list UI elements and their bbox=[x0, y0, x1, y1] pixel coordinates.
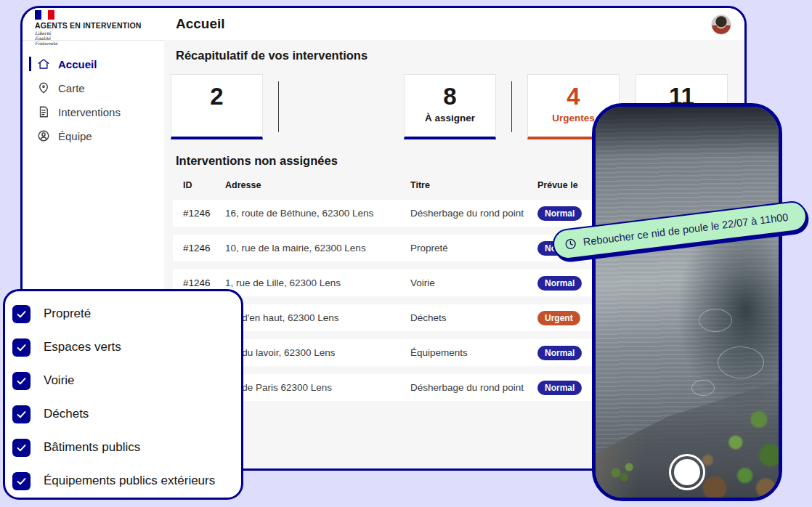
category-filter-panel: Propreté Espaces verts Voirie Déchets bbox=[3, 289, 243, 500]
checkbox-checked-icon[interactable] bbox=[12, 405, 31, 423]
page-title: Accueil bbox=[176, 16, 225, 32]
ripple bbox=[699, 309, 732, 332]
sidebar-nav: Accueil Carte Interventions Équipe bbox=[23, 54, 164, 150]
col-header-titre: Titre bbox=[410, 180, 537, 190]
filter-item-equipements-publics-exterieurs[interactable]: Équipements publics extérieurs bbox=[12, 466, 241, 495]
weeds bbox=[606, 455, 639, 484]
filter-item-batiments-publics[interactable]: Bâtiments publics bbox=[12, 433, 241, 462]
priority-badge: Normal bbox=[537, 206, 582, 221]
filter-label: Équipements publics extérieurs bbox=[44, 474, 215, 488]
pothole-photo bbox=[596, 107, 779, 498]
priority-badge: Urgent bbox=[537, 311, 580, 325]
row-id: #1246 bbox=[183, 208, 225, 219]
active-indicator bbox=[29, 57, 31, 71]
checkbox-checked-icon[interactable] bbox=[12, 472, 31, 490]
marianne-flag-icon bbox=[35, 10, 54, 20]
phone-mockup bbox=[592, 103, 782, 501]
sidebar-item-accueil[interactable]: Accueil bbox=[23, 54, 164, 74]
checkbox-checked-icon[interactable] bbox=[12, 439, 31, 457]
filter-label: Voirie bbox=[44, 373, 75, 388]
priority-badge: Normal bbox=[537, 346, 582, 360]
filter-item-dechets[interactable]: Déchets bbox=[12, 399, 241, 429]
filter-label: Propreté bbox=[44, 307, 91, 321]
row-address: rue du lavoir, 62300 Lens bbox=[225, 347, 410, 358]
filter-label: Espaces verts bbox=[44, 340, 121, 354]
stat-value: 8 bbox=[405, 84, 495, 110]
shutter-button-inner bbox=[674, 459, 700, 485]
row-address: rue de Paris 62300 Lens bbox=[225, 382, 410, 393]
filter-item-espaces-verts[interactable]: Espaces verts bbox=[12, 333, 241, 362]
top-header: Accueil bbox=[164, 8, 744, 41]
stat-value: 2 bbox=[171, 84, 262, 110]
row-title: Déchets bbox=[410, 312, 537, 323]
row-address: rue d'en haut, 62300 Lens bbox=[225, 312, 410, 323]
shutter-button[interactable] bbox=[669, 454, 705, 490]
sidebar-item-equipe[interactable]: Équipe bbox=[23, 126, 164, 146]
col-header-adresse: Adresse bbox=[225, 180, 410, 190]
motto-line: Liberté bbox=[35, 31, 142, 36]
stat-label: À assigner bbox=[405, 113, 495, 123]
row-address: 1, rue de Lille, 62300 Lens bbox=[225, 277, 410, 288]
filter-item-voirie[interactable]: Voirie bbox=[12, 366, 241, 395]
sidebar-item-label: Interventions bbox=[58, 106, 121, 118]
sidebar-item-interventions[interactable]: Interventions bbox=[23, 102, 164, 122]
sidebar-item-label: Carte bbox=[58, 82, 85, 94]
sidebar-divider bbox=[23, 40, 164, 41]
priority-badge: Normal bbox=[537, 276, 582, 291]
clock-icon bbox=[564, 237, 577, 251]
row-title: Propreté bbox=[410, 243, 537, 254]
priority-badge: Normal bbox=[537, 381, 582, 395]
stat-card[interactable]: 8 À assigner bbox=[404, 74, 496, 139]
sidebar-item-label: Accueil bbox=[58, 58, 97, 70]
checkbox-checked-icon[interactable] bbox=[12, 338, 31, 357]
home-icon bbox=[37, 57, 50, 70]
row-id: #1246 bbox=[183, 243, 225, 254]
row-id: #1246 bbox=[183, 277, 225, 288]
summary-title: Récapitulatif de vos interventions bbox=[176, 49, 368, 62]
col-header-id: ID bbox=[183, 180, 225, 190]
team-icon bbox=[37, 129, 50, 142]
row-title: Désherbage du rond point bbox=[410, 382, 537, 393]
filter-label: Déchets bbox=[44, 407, 89, 421]
motto-line: Fraternité bbox=[35, 41, 142, 46]
table-title: Interventions non assignées bbox=[176, 154, 338, 168]
checkbox-checked-icon[interactable] bbox=[12, 305, 31, 323]
document-icon bbox=[37, 105, 50, 118]
ripple bbox=[718, 346, 764, 378]
stat-card[interactable]: 2 bbox=[171, 74, 263, 139]
card-divider bbox=[511, 81, 512, 132]
row-address: 16, route de Béthune, 62300 Lens bbox=[225, 208, 410, 219]
brand-motto: Liberté Égalité Fraternité bbox=[35, 31, 142, 46]
row-title: Désherbage du rond point bbox=[410, 208, 537, 219]
card-divider bbox=[278, 81, 279, 132]
brand-name: AGENTS EN INTERVENTION bbox=[35, 21, 142, 30]
user-avatar[interactable] bbox=[711, 15, 731, 35]
filter-label: Bâtiments publics bbox=[44, 440, 140, 455]
row-title: Équipements bbox=[410, 347, 537, 358]
stat-value: 4 bbox=[528, 84, 619, 110]
row-address: 10, rue de la mairie, 62300 Lens bbox=[225, 243, 410, 254]
row-title: Voirie bbox=[410, 277, 537, 288]
filter-item-proprete[interactable]: Propreté bbox=[12, 299, 241, 328]
sidebar-item-label: Équipe bbox=[58, 130, 92, 142]
map-pin-icon bbox=[37, 81, 50, 94]
sidebar-item-carte[interactable]: Carte bbox=[23, 78, 164, 98]
checkbox-checked-icon[interactable] bbox=[12, 372, 31, 390]
